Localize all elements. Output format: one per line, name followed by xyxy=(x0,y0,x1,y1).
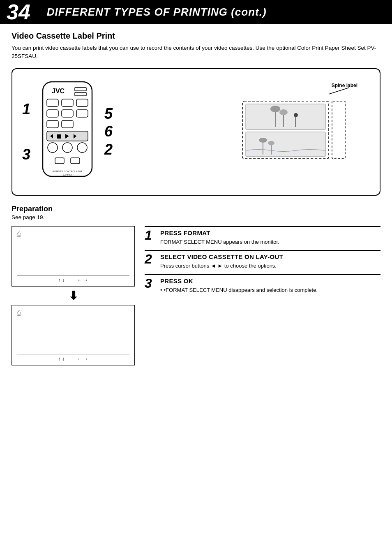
step-2-body: Press cursor buttons ◄ ► to choose the o… xyxy=(160,262,380,270)
svg-text:GV-PT2: GV-PT2 xyxy=(63,173,72,176)
monitor-icon-2: ⎙ xyxy=(17,310,129,317)
svg-point-33 xyxy=(294,113,298,117)
see-page: See page 19. xyxy=(12,214,380,220)
page-number: 34 xyxy=(0,0,37,24)
step-3-body: •FORMAT SELECT MENU disappears and selec… xyxy=(160,286,380,294)
svg-point-38 xyxy=(268,141,274,145)
monitor-box-2: ⎙ ↑ ↓ ← → xyxy=(12,305,135,365)
step-3-content: PRESS OK •FORMAT SELECT MENU disappears … xyxy=(160,277,380,294)
preparation-title: Preparation xyxy=(12,205,380,213)
step-1-body: FORMAT SELECT MENU appears on the monito… xyxy=(160,238,380,246)
cassette-area: Spine label xyxy=(230,79,370,185)
section-title: Video Cassette Label Print xyxy=(12,31,380,41)
step-1-content: PRESS FORMAT FORMAT SELECT MENU appears … xyxy=(160,229,380,246)
step-2: 2 SELECT VIDEO CASSETTE ON LAY-OUT Press… xyxy=(145,250,380,274)
svg-rect-34 xyxy=(246,132,325,157)
monitor-nav-1: ↑ ↓ ← → xyxy=(17,275,129,283)
step-1: 1 PRESS FORMAT FORMAT SELECT MENU appear… xyxy=(145,226,380,250)
monitor-nav-2: ↑ ↓ ← → xyxy=(17,354,129,362)
step-3-heading: PRESS OK xyxy=(160,277,380,284)
step-3: 3 PRESS OK •FORMAT SELECT MENU disappear… xyxy=(145,274,380,298)
steps-column: 1 PRESS FORMAT FORMAT SELECT MENU appear… xyxy=(145,226,380,298)
monitor-column: ⎙ ↑ ↓ ← → ⬇ ⎙ ↑ ↓ ← → xyxy=(12,226,135,365)
svg-point-31 xyxy=(279,109,288,115)
monitor-icon-1: ⎙ xyxy=(17,231,129,238)
remote-labels-left: 1 3 xyxy=(22,87,30,177)
down-arrow: ⬇ xyxy=(12,289,135,303)
remote-label-5: 5 xyxy=(104,105,113,122)
remote-label-6: 6 xyxy=(104,123,113,140)
step-1-heading: PRESS FORMAT xyxy=(160,229,380,236)
main-content: Video Cassette Label Print You can print… xyxy=(0,24,392,374)
svg-rect-39 xyxy=(332,101,345,159)
svg-line-25 xyxy=(329,88,349,94)
remote-label-1: 1 xyxy=(22,101,30,118)
remote-svg: JVC xyxy=(35,78,100,186)
intro-text: You can print video cassette labels that… xyxy=(12,44,380,61)
svg-text:JVC: JVC xyxy=(52,88,65,95)
step-2-heading: SELECT VIDEO CASSETTE ON LAY-OUT xyxy=(160,253,380,260)
svg-rect-17 xyxy=(57,134,61,139)
page-header: 34 DIFFERENT TYPES OF PRINTING (cont.) xyxy=(0,0,392,24)
remote-label-3: 3 xyxy=(22,146,30,163)
steps-layout: ⎙ ↑ ↓ ← → ⬇ ⎙ ↑ ↓ ← → 1 xyxy=(12,226,380,365)
remote-labels-right: 5 6 2 xyxy=(104,105,113,159)
remote-label-2: 2 xyxy=(104,141,113,158)
monitor-box-1: ⎙ ↑ ↓ ← → xyxy=(12,226,135,287)
preparation-section: Preparation See page 19. ⎙ ↑ ↓ ← → ⬇ ⎙ ↑… xyxy=(12,205,380,365)
diagram-box: 1 3 JVC xyxy=(12,68,380,196)
header-title-text: DIFFERENT TYPES OF PRINTING (cont.) xyxy=(47,6,267,18)
step-2-number: 2 xyxy=(145,252,160,270)
step-1-number: 1 xyxy=(145,229,160,246)
svg-point-29 xyxy=(270,106,280,112)
svg-rect-27 xyxy=(246,104,325,129)
step-3-number: 3 xyxy=(145,277,160,294)
svg-point-36 xyxy=(259,138,267,143)
header-title: DIFFERENT TYPES OF PRINTING (cont.) xyxy=(37,0,392,24)
step-2-content: SELECT VIDEO CASSETTE ON LAY-OUT Press c… xyxy=(160,253,380,270)
remote-area: 1 3 JVC xyxy=(22,78,162,186)
svg-text:REMOTE CONTROL UNIT: REMOTE CONTROL UNIT xyxy=(53,170,82,173)
